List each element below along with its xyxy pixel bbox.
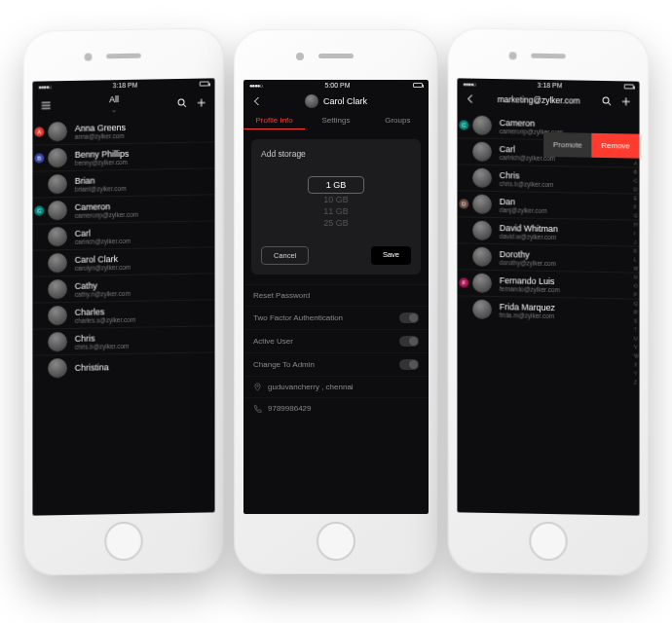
index-letter[interactable]: F	[634, 203, 639, 212]
contact-row[interactable]: Brianbriant@zylker.com	[32, 167, 214, 197]
index-letter[interactable]: C	[634, 177, 639, 186]
phone-icon	[253, 404, 262, 413]
home-button[interactable]	[317, 522, 355, 561]
index-letter[interactable]: I	[634, 230, 639, 238]
section-letter: C	[459, 120, 468, 129]
contact-email: briant@zylker.com	[75, 184, 127, 192]
index-letter[interactable]: O	[634, 282, 639, 291]
contact-row[interactable]: Carlcarlrich@zylker.com	[32, 220, 214, 249]
contact-email: cathy.n@zylker.com	[75, 289, 131, 297]
avatar	[472, 274, 492, 293]
storage-option[interactable]: 10 GB	[261, 194, 411, 205]
contact-email: frida.m@zylker.com	[500, 312, 555, 319]
contact-row[interactable]: Chrischris.b@zylker.com	[32, 325, 214, 354]
section-letter: C	[34, 205, 44, 215]
index-letter[interactable]: E	[634, 195, 639, 203]
home-button[interactable]	[104, 522, 142, 562]
avatar	[472, 168, 492, 188]
setting-label: Active User	[253, 337, 293, 346]
setting-row[interactable]: Two Factor Authentication	[243, 306, 429, 329]
contact-email: chris.b@zylker.com	[75, 342, 130, 349]
contact-row[interactable]: Carol Clarkcarolyn@zylker.com	[32, 246, 214, 275]
avatar	[48, 279, 67, 299]
home-button[interactable]	[529, 522, 567, 562]
index-letter[interactable]: Z	[634, 379, 639, 387]
contact-email: danj@zylker.com	[500, 206, 547, 214]
setting-row[interactable]: Active User	[243, 329, 429, 352]
index-letter[interactable]: W	[634, 352, 639, 361]
back-icon[interactable]	[465, 92, 476, 104]
setting-label: Reset Password	[253, 291, 310, 300]
contact-row[interactable]: BBenny Phillipsbenny@zylker.com	[32, 141, 214, 170]
index-letter[interactable]: M	[634, 265, 639, 274]
chevron-down-icon[interactable]: ⌄	[111, 106, 117, 113]
add-icon[interactable]	[196, 96, 207, 108]
search-icon[interactable]	[601, 95, 613, 107]
contact-row[interactable]: Christina	[32, 351, 214, 381]
menu-icon[interactable]	[40, 99, 52, 111]
index-letter[interactable]: T	[634, 326, 639, 335]
contact-row[interactable]: Chrischris.b@zylker.com	[457, 164, 639, 193]
contact-row[interactable]: David Whitmandavid.w@zylker.com	[457, 216, 639, 245]
index-letter[interactable]: R	[634, 309, 639, 317]
cancel-button[interactable]: Cancel	[261, 246, 309, 265]
storage-option[interactable]: 11 GB	[261, 205, 411, 217]
index-letter[interactable]: N	[634, 274, 639, 282]
index-letter[interactable]: G	[634, 212, 639, 221]
index-letter[interactable]: D	[634, 186, 639, 195]
tab-profile-info[interactable]: Profile Info	[243, 112, 305, 129]
index-letter[interactable]: Y	[634, 370, 639, 379]
avatar	[48, 253, 67, 273]
storage-picker[interactable]: 1 GB10 GB11 GB25 GB	[261, 176, 411, 229]
index-letter[interactable]: Q	[634, 300, 639, 309]
index-letter[interactable]: V	[634, 344, 639, 352]
avatar	[472, 247, 492, 267]
contact-row[interactable]: Charlescharles.s@zylker.com	[32, 299, 214, 328]
group-title: marketing@zylker.com	[498, 94, 580, 106]
alpha-index[interactable]: ABCDEFGHIJKLMNOPQRSTUVWXYZ	[634, 160, 639, 387]
toggle[interactable]	[399, 359, 419, 370]
index-letter[interactable]: H	[634, 221, 639, 230]
contact-row[interactable]: Cathycathy.n@zylker.com	[32, 273, 214, 302]
storage-option[interactable]: 25 GB	[261, 217, 411, 229]
index-letter[interactable]: X	[634, 361, 639, 370]
contact-row[interactable]: DDandanj@zylker.com	[457, 190, 639, 219]
index-letter[interactable]: A	[634, 160, 639, 168]
tab-groups[interactable]: Groups	[367, 112, 429, 129]
section-letter: D	[459, 199, 468, 208]
contact-row[interactable]: CCameroncameronp@zylker.com	[32, 194, 214, 223]
contact-email: chris.b@zylker.com	[500, 180, 554, 188]
toggle[interactable]	[399, 312, 419, 323]
index-letter[interactable]: P	[634, 291, 639, 300]
storage-option[interactable]: 1 GB	[308, 176, 365, 194]
avatar	[48, 174, 67, 194]
index-letter[interactable]: K	[634, 247, 639, 256]
svg-point-0	[178, 99, 184, 105]
index-letter[interactable]: U	[634, 335, 639, 344]
search-icon[interactable]	[176, 97, 188, 109]
index-letter[interactable]: J	[634, 238, 639, 247]
section-letter: A	[34, 127, 44, 136]
setting-label: Two Factor Authentication	[253, 313, 343, 322]
index-letter[interactable]: S	[634, 317, 639, 326]
tab-settings[interactable]: Settings	[305, 112, 366, 129]
add-icon[interactable]	[620, 95, 632, 107]
promote-button[interactable]: Promote	[543, 132, 591, 158]
toggle[interactable]	[399, 336, 419, 347]
phone-contacts: ●●●●○ 3:18 PM All⌄ AAnna Greensanna@zylk…	[23, 27, 225, 576]
remove-button[interactable]: Remove	[592, 133, 640, 159]
contact-row[interactable]: FFernando Luisfernando@zylker.com	[457, 269, 639, 298]
page-title[interactable]: All	[109, 94, 119, 104]
contact-row[interactable]: Frida Marquezfrida.m@zylker.com	[457, 295, 639, 324]
index-letter[interactable]: L	[634, 256, 639, 265]
setting-row[interactable]: Change To Admin	[243, 352, 429, 376]
contact-row[interactable]: Dorothydorothy@zylker.com	[457, 242, 639, 272]
contact-list[interactable]: AAnna Greensanna@zylker.comBBenny Philli…	[32, 116, 214, 381]
save-button[interactable]: Save	[371, 246, 411, 265]
back-icon[interactable]	[251, 95, 263, 107]
contact-row[interactable]: AAnna Greensanna@zylker.com	[32, 116, 214, 144]
setting-row[interactable]: Reset Password	[243, 284, 429, 306]
index-letter[interactable]: B	[634, 168, 639, 177]
contact-email: cameronp@zylker.com	[75, 210, 138, 218]
avatar	[472, 116, 492, 135]
